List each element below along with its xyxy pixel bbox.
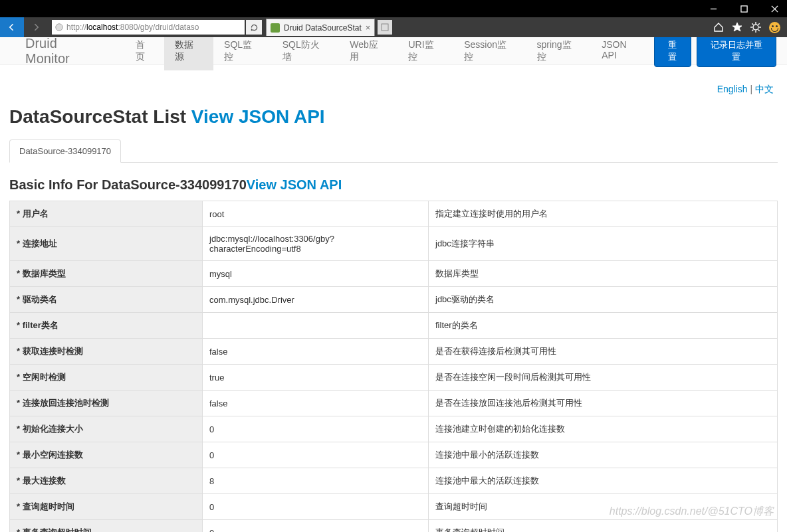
- row-key: * 最大连接数: [10, 468, 203, 494]
- favorites-icon[interactable]: [732, 22, 742, 33]
- nav-link-3[interactable]: SQL防火墙: [272, 37, 340, 70]
- row-desc: 指定建立连接时使用的用户名: [429, 201, 778, 227]
- table-row: * 初始化连接大小0连接池建立时创建的初始化连接数: [10, 416, 778, 442]
- window-titlebar: [0, 0, 787, 17]
- row-desc: jdbc连接字符串: [429, 227, 778, 261]
- nav-link-8[interactable]: JSON API: [591, 37, 654, 70]
- row-desc: 数据库类型: [429, 261, 778, 287]
- table-row: * 连接地址jdbc:mysql://localhost:3306/gby?ch…: [10, 227, 778, 261]
- table-row: * 获取连接时检测false是否在获得连接后检测其可用性: [10, 339, 778, 365]
- row-key: * filter类名: [10, 313, 203, 339]
- close-button[interactable]: [766, 0, 783, 17]
- table-row: * 用户名root指定建立连接时使用的用户名: [10, 201, 778, 227]
- browser-toolbar: http://localhost:8080/gby/druid/dataso D…: [0, 17, 787, 37]
- row-key: * 最小空闲连接数: [10, 442, 203, 468]
- address-bar[interactable]: http://localhost:8080/gby/druid/dataso: [52, 20, 245, 35]
- nav-link-6[interactable]: Session监控: [453, 37, 526, 70]
- nav-back-button[interactable]: [0, 17, 24, 37]
- tab-close-icon[interactable]: ×: [366, 23, 371, 33]
- row-value: 8: [203, 468, 429, 494]
- svg-line-12: [758, 30, 760, 31]
- datasource-tabs: DataSource-334099170: [9, 139, 778, 163]
- nav-link-1[interactable]: 数据源: [164, 37, 213, 70]
- svg-rect-5: [382, 24, 388, 31]
- row-key: * 数据库类型: [10, 261, 203, 287]
- nav-link-0[interactable]: 首页: [125, 37, 165, 70]
- table-row: * 事务查询超时时间0事务查询超时时间: [10, 520, 778, 533]
- row-value: 0: [203, 442, 429, 468]
- table-row: * filter类名filter的类名: [10, 313, 778, 339]
- datasource-tab[interactable]: DataSource-334099170: [9, 139, 121, 163]
- row-value: 0: [203, 520, 429, 533]
- row-value: [203, 313, 429, 339]
- table-row: * 连接放回连接池时检测false是否在连接放回连接池后检测其可用性: [10, 391, 778, 416]
- row-value: 0: [203, 494, 429, 520]
- svg-point-4: [56, 24, 63, 31]
- table-row: * 空闲时检测true是否在连接空闲一段时间后检测其可用性: [10, 365, 778, 391]
- view-json-api-link[interactable]: View JSON API: [191, 106, 325, 127]
- svg-point-6: [753, 25, 758, 30]
- table-row: * 数据库类型mysql数据库类型: [10, 261, 778, 287]
- row-desc: 是否在连接空闲一段时间后检测其可用性: [429, 365, 778, 391]
- favicon-icon: [271, 23, 280, 33]
- nav-forward-button[interactable]: [24, 17, 48, 37]
- row-key: * 驱动类名: [10, 287, 203, 313]
- svg-rect-1: [740, 5, 746, 11]
- svg-line-14: [758, 23, 760, 25]
- table-row: * 最小空闲连接数0连接池中最小的活跃连接数: [10, 442, 778, 468]
- page-heading: DataSourceStat List View JSON API: [9, 106, 778, 128]
- browser-command-icons: [713, 22, 787, 33]
- row-desc: jdbc驱动的类名: [429, 287, 778, 313]
- log-and-reset-button[interactable]: 记录日志并重置: [697, 37, 776, 67]
- row-value: false: [203, 339, 429, 365]
- nav-link-5[interactable]: URI监控: [397, 37, 453, 70]
- refresh-button[interactable]: [246, 20, 262, 35]
- browser-tab[interactable]: Druid DataSourceStat ×: [266, 19, 375, 36]
- brand-title[interactable]: Druid Monitor: [25, 37, 105, 66]
- svg-line-11: [752, 23, 753, 25]
- lang-chinese[interactable]: 中文: [755, 84, 774, 94]
- row-value: 0: [203, 416, 429, 442]
- table-row: * 最大连接数8连接池中最大的活跃连接数: [10, 468, 778, 494]
- row-desc: 是否在获得连接后检测其可用性: [429, 339, 778, 365]
- nav-link-2[interactable]: SQL监控: [213, 37, 272, 70]
- row-value: com.mysql.jdbc.Driver: [203, 287, 429, 313]
- row-desc: 连接池中最小的活跃连接数: [429, 442, 778, 468]
- row-key: * 连接地址: [10, 227, 203, 261]
- reset-button[interactable]: 重置: [654, 37, 691, 67]
- row-value: false: [203, 391, 429, 416]
- row-key: * 查询超时时间: [10, 494, 203, 520]
- table-row: * 查询超时时间0查询超时时间: [10, 494, 778, 520]
- view-json-api-link-2[interactable]: View JSON API: [247, 177, 342, 192]
- svg-line-13: [752, 30, 753, 31]
- row-key: * 事务查询超时时间: [10, 520, 203, 533]
- row-key: * 连接放回连接池时检测: [10, 391, 203, 416]
- minimize-button[interactable]: [705, 0, 722, 17]
- row-key: * 空闲时检测: [10, 365, 203, 391]
- tools-icon[interactable]: [750, 22, 761, 33]
- row-value: root: [203, 201, 429, 227]
- new-tab-button[interactable]: [378, 20, 392, 35]
- language-switch: English | 中文: [0, 65, 787, 101]
- row-desc: 查询超时时间: [429, 494, 778, 520]
- nav-link-7[interactable]: spring监控: [526, 37, 592, 70]
- feedback-icon[interactable]: [769, 22, 780, 33]
- row-desc: 事务查询超时时间: [429, 520, 778, 533]
- row-value: true: [203, 365, 429, 391]
- row-key: * 初始化连接大小: [10, 416, 203, 442]
- maximize-button[interactable]: [735, 0, 752, 17]
- row-desc: 连接池建立时创建的初始化连接数: [429, 416, 778, 442]
- home-icon[interactable]: [713, 22, 724, 33]
- page-content: Druid Monitor 首页数据源SQL监控SQL防火墙Web应用URI监控…: [0, 37, 787, 532]
- row-key: * 获取连接时检测: [10, 339, 203, 365]
- page-icon: [55, 23, 64, 32]
- row-key: * 用户名: [10, 201, 203, 227]
- lang-english[interactable]: English: [717, 84, 748, 94]
- datasource-info-table: * 用户名root指定建立连接时使用的用户名* 连接地址jdbc:mysql:/…: [9, 201, 778, 532]
- url-text: http://localhost:8080/gby/druid/dataso: [66, 23, 199, 32]
- top-nav: Druid Monitor 首页数据源SQL监控SQL防火墙Web应用URI监控…: [0, 37, 787, 65]
- lang-separator: |: [748, 84, 755, 94]
- row-desc: 是否在连接放回连接池后检测其可用性: [429, 391, 778, 416]
- tab-title: Druid DataSourceStat: [284, 23, 362, 33]
- nav-link-4[interactable]: Web应用: [339, 37, 397, 70]
